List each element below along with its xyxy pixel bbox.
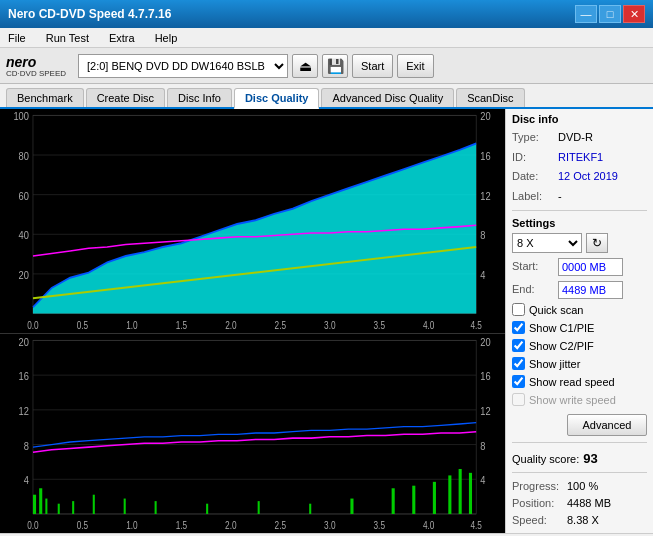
svg-rect-72 xyxy=(433,482,436,514)
svg-text:12: 12 xyxy=(480,190,490,202)
show-c2-checkbox[interactable] xyxy=(512,339,525,352)
exit-button[interactable]: Exit xyxy=(397,54,433,78)
disc-label-value: - xyxy=(558,188,562,205)
speed-select[interactable]: 8 X xyxy=(512,233,582,253)
show-write-speed-label: Show write speed xyxy=(529,394,616,406)
eject-button[interactable]: ⏏ xyxy=(292,54,318,78)
svg-text:1.5: 1.5 xyxy=(176,520,187,531)
minimize-button[interactable]: — xyxy=(575,5,597,23)
svg-text:20: 20 xyxy=(19,335,29,347)
svg-text:100: 100 xyxy=(13,111,29,123)
tab-disc-info[interactable]: Disc Info xyxy=(167,88,232,107)
end-input[interactable] xyxy=(558,281,623,299)
show-read-speed-checkbox[interactable] xyxy=(512,375,525,388)
show-c1-row: Show C1/PIE xyxy=(512,321,647,334)
toolbar: nero CD·DVD SPEED [2:0] BENQ DVD DD DW16… xyxy=(0,48,653,84)
svg-text:3.5: 3.5 xyxy=(374,320,385,331)
charts-area: 100 80 60 40 20 20 16 12 8 4 0.0 0.5 1.0… xyxy=(0,109,505,533)
bottom-chart: 20 16 12 8 4 20 16 12 8 4 0.0 0.5 1.0 1.… xyxy=(0,334,505,533)
divider-1 xyxy=(512,210,647,211)
disc-type-value: DVD-R xyxy=(558,129,593,146)
svg-text:3.0: 3.0 xyxy=(324,520,335,531)
svg-rect-64 xyxy=(124,498,126,513)
speed-label: Speed: xyxy=(512,514,567,526)
svg-text:12: 12 xyxy=(19,405,29,417)
save-button[interactable]: 💾 xyxy=(322,54,348,78)
menu-bar: File Run Test Extra Help xyxy=(0,28,653,48)
tab-scan-disc[interactable]: ScanDisc xyxy=(456,88,524,107)
quick-scan-checkbox[interactable] xyxy=(512,303,525,316)
quick-scan-row: Quick scan xyxy=(512,303,647,316)
show-c1-label: Show C1/PIE xyxy=(529,322,594,334)
svg-text:0.5: 0.5 xyxy=(77,320,88,331)
menu-extra[interactable]: Extra xyxy=(105,31,139,45)
tab-benchmark[interactable]: Benchmark xyxy=(6,88,84,107)
svg-text:8: 8 xyxy=(24,439,29,451)
menu-help[interactable]: Help xyxy=(151,31,182,45)
show-write-speed-checkbox[interactable] xyxy=(512,393,525,406)
top-chart: 100 80 60 40 20 20 16 12 8 4 0.0 0.5 1.0… xyxy=(0,109,505,334)
disc-date-row: Date: 12 Oct 2019 xyxy=(512,168,647,185)
nero-sub-text: CD·DVD SPEED xyxy=(6,70,66,78)
drive-select[interactable]: [2:0] BENQ DVD DD DW1640 BSLB xyxy=(78,54,288,78)
refresh-button[interactable]: ↻ xyxy=(586,233,608,253)
show-read-speed-label: Show read speed xyxy=(529,376,615,388)
menu-run-test[interactable]: Run Test xyxy=(42,31,93,45)
svg-rect-63 xyxy=(93,494,95,513)
svg-text:4: 4 xyxy=(24,474,29,486)
show-c2-label: Show C2/PIF xyxy=(529,340,594,352)
svg-text:20: 20 xyxy=(480,111,490,123)
logo: nero CD·DVD SPEED xyxy=(6,54,66,78)
svg-text:4.5: 4.5 xyxy=(470,320,481,331)
speed-setting-row: 8 X ↻ xyxy=(512,233,647,253)
position-label: Position: xyxy=(512,497,567,509)
disc-date-label: Date: xyxy=(512,168,558,185)
svg-rect-69 xyxy=(350,498,353,513)
tab-disc-quality[interactable]: Disc Quality xyxy=(234,88,320,109)
title-text: Nero CD-DVD Speed 4.7.7.16 xyxy=(8,7,575,21)
menu-file[interactable]: File xyxy=(4,31,30,45)
end-label: End: xyxy=(512,281,558,299)
show-c1-checkbox[interactable] xyxy=(512,321,525,334)
nero-logo-text: nero xyxy=(6,54,66,70)
main-content: 100 80 60 40 20 20 16 12 8 4 0.0 0.5 1.0… xyxy=(0,109,653,533)
svg-text:2.0: 2.0 xyxy=(225,520,236,531)
show-jitter-checkbox[interactable] xyxy=(512,357,525,370)
start-input[interactable] xyxy=(558,258,623,276)
tab-create-disc[interactable]: Create Disc xyxy=(86,88,165,107)
show-write-speed-row: Show write speed xyxy=(512,393,647,406)
maximize-button[interactable]: □ xyxy=(599,5,621,23)
svg-text:20: 20 xyxy=(480,335,490,347)
svg-text:1.0: 1.0 xyxy=(126,320,137,331)
progress-value: 100 % xyxy=(567,480,598,492)
svg-text:4: 4 xyxy=(480,269,485,281)
quick-scan-label: Quick scan xyxy=(529,304,583,316)
advanced-button[interactable]: Advanced xyxy=(567,414,647,436)
divider-2 xyxy=(512,442,647,443)
disc-type-row: Type: DVD-R xyxy=(512,129,647,146)
quality-score-row: Quality score: 93 xyxy=(512,451,647,466)
svg-rect-71 xyxy=(412,485,415,513)
disc-id-value: RITEKF1 xyxy=(558,149,603,166)
svg-text:2.5: 2.5 xyxy=(275,320,286,331)
svg-text:4: 4 xyxy=(480,474,485,486)
tab-advanced-disc-quality[interactable]: Advanced Disc Quality xyxy=(321,88,454,107)
svg-text:2.5: 2.5 xyxy=(275,520,286,531)
svg-text:1.5: 1.5 xyxy=(176,320,187,331)
start-row: Start: xyxy=(512,258,647,276)
window-controls: — □ ✕ xyxy=(575,5,645,23)
position-row: Position: 4488 MB xyxy=(512,497,647,509)
show-read-speed-row: Show read speed xyxy=(512,375,647,388)
show-c2-row: Show C2/PIF xyxy=(512,339,647,352)
svg-text:3.5: 3.5 xyxy=(374,520,385,531)
tabs-bar: Benchmark Create Disc Disc Info Disc Qua… xyxy=(0,84,653,109)
svg-rect-65 xyxy=(155,501,157,514)
svg-rect-70 xyxy=(392,488,395,514)
close-button[interactable]: ✕ xyxy=(623,5,645,23)
svg-text:80: 80 xyxy=(19,150,29,162)
svg-rect-59 xyxy=(39,488,42,514)
disc-id-label: ID: xyxy=(512,149,558,166)
svg-text:12: 12 xyxy=(480,405,490,417)
start-button[interactable]: Start xyxy=(352,54,393,78)
svg-text:16: 16 xyxy=(19,370,29,382)
